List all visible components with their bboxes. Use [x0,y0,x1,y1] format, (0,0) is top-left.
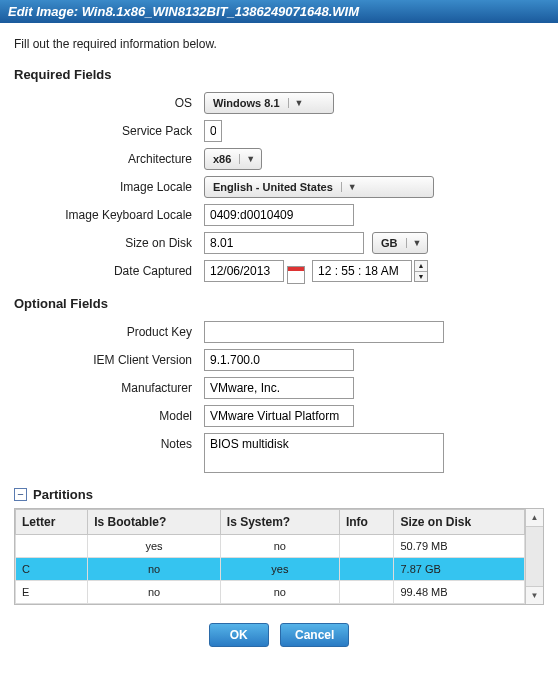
ok-button[interactable]: OK [209,623,269,647]
architecture-label: Architecture [14,152,204,166]
size-unit-select[interactable]: GB ▼ [372,232,428,254]
scroll-up-icon[interactable]: ▲ [526,509,543,527]
column-header[interactable]: Info [339,510,394,535]
architecture-select[interactable]: x86 ▼ [204,148,262,170]
table-cell: yes [88,535,221,558]
table-cell: 50.79 MB [394,535,525,558]
collapse-icon[interactable]: − [14,488,27,501]
iem-version-label: IEM Client Version [14,353,204,367]
table-cell: C [16,558,88,581]
table-cell: no [220,535,339,558]
column-header[interactable]: Is System? [220,510,339,535]
table-cell: 7.87 GB [394,558,525,581]
image-locale-select[interactable]: English - United States ▼ [204,176,434,198]
vertical-scrollbar[interactable]: ▲ ▼ [525,509,543,604]
dialog-titlebar: Edit Image: Win8.1x86_WIN8132BIT_1386249… [0,0,558,23]
column-header[interactable]: Letter [16,510,88,535]
chevron-down-icon: ▼ [288,98,304,108]
time-spinner[interactable]: ▲ ▼ [414,260,428,282]
table-cell: no [220,581,339,604]
date-captured-input[interactable] [204,260,284,282]
time-captured-input[interactable] [312,260,412,282]
partitions-heading: Partitions [33,487,93,502]
spinner-up-icon[interactable]: ▲ [415,261,427,272]
column-header[interactable]: Size on Disk [394,510,525,535]
image-locale-value: English - United States [213,181,333,193]
table-cell [339,581,394,604]
dialog-title: Edit Image: Win8.1x86_WIN8132BIT_1386249… [8,4,359,19]
table-cell [16,535,88,558]
manufacturer-label: Manufacturer [14,381,204,395]
required-fields-heading: Required Fields [14,67,544,82]
chevron-down-icon: ▼ [406,238,422,248]
scroll-down-icon[interactable]: ▼ [526,586,543,604]
notes-label: Notes [14,433,204,451]
size-disk-label: Size on Disk [14,236,204,250]
table-cell: no [88,581,221,604]
table-row[interactable]: Cnoyes7.87 GB [16,558,525,581]
os-select[interactable]: Windows 8.1 ▼ [204,92,334,114]
model-label: Model [14,409,204,423]
size-disk-input[interactable] [204,232,364,254]
table-cell: E [16,581,88,604]
image-locale-label: Image Locale [14,180,204,194]
iem-version-input[interactable] [204,349,354,371]
partitions-table: LetterIs Bootable?Is System?InfoSize on … [15,509,525,604]
cancel-button[interactable]: Cancel [280,623,349,647]
table-cell: no [88,558,221,581]
manufacturer-input[interactable] [204,377,354,399]
product-key-input[interactable] [204,321,444,343]
size-unit-value: GB [381,237,398,249]
date-captured-label: Date Captured [14,264,204,278]
partitions-table-wrap: LetterIs Bootable?Is System?InfoSize on … [14,508,544,605]
chevron-down-icon: ▼ [341,182,357,192]
table-cell: 99.48 MB [394,581,525,604]
product-key-label: Product Key [14,325,204,339]
spinner-down-icon[interactable]: ▼ [415,272,427,282]
os-label: OS [14,96,204,110]
column-header[interactable]: Is Bootable? [88,510,221,535]
os-value: Windows 8.1 [213,97,280,109]
optional-fields-heading: Optional Fields [14,296,544,311]
table-row[interactable]: Enono99.48 MB [16,581,525,604]
chevron-down-icon: ▼ [239,154,255,164]
table-cell [339,535,394,558]
architecture-value: x86 [213,153,231,165]
calendar-icon[interactable] [287,266,305,284]
notes-textarea[interactable] [204,433,444,473]
keyboard-locale-input[interactable] [204,204,354,226]
table-cell [339,558,394,581]
model-input[interactable] [204,405,354,427]
service-pack-label: Service Pack [14,124,204,138]
table-cell: yes [220,558,339,581]
table-row[interactable]: yesno50.79 MB [16,535,525,558]
keyboard-locale-label: Image Keyboard Locale [14,208,204,222]
intro-text: Fill out the required information below. [14,37,544,51]
service-pack-input[interactable] [204,120,222,142]
